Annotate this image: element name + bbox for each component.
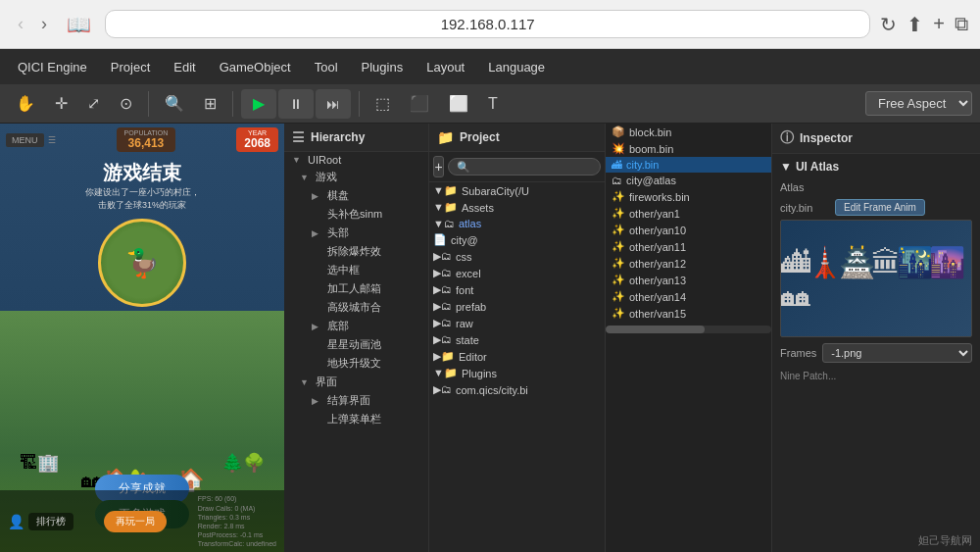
project-item[interactable]: ▼📁 SubaraCity(/U (429, 182, 605, 199)
project-item[interactable]: ▼📁 Assets (429, 199, 605, 216)
hand-tool[interactable]: ✋ (8, 90, 43, 117)
game-screen: MENU ☰ POPULATION 36,413 YEAR 2068 游戏结束 … (0, 124, 284, 552)
edit-frame-button[interactable]: Edit Frame Anim (835, 199, 925, 216)
file-item[interactable]: ✨ other/yan13 (606, 272, 771, 288)
atlas-section-label: Atlas (780, 181, 972, 193)
population-label: POPULATION (124, 129, 169, 136)
file-item[interactable]: 📦 block.bin (606, 124, 771, 140)
project-item[interactable]: ▶🗂 font (429, 281, 605, 298)
hierarchy-item[interactable]: 选中框 (284, 261, 428, 279)
menu-language[interactable]: Language (478, 56, 555, 78)
scrollbar[interactable] (606, 326, 771, 333)
layout-btn-2[interactable]: ⬛ (402, 90, 437, 117)
url-bar[interactable] (105, 10, 870, 38)
forward-button[interactable]: › (35, 10, 53, 38)
rank-button[interactable]: 排行榜 (28, 513, 74, 530)
scrollbar-thumb[interactable] (606, 326, 705, 333)
tabs-icon[interactable]: ⧉ (955, 13, 968, 35)
pause-button[interactable]: ⏸ (278, 89, 314, 119)
file-item[interactable]: ✨ other/yan14 (606, 288, 771, 305)
file-item[interactable]: ✨ other/yan1 (606, 205, 771, 222)
hierarchy-item[interactable]: 地块升级文 (284, 354, 428, 373)
project-add-button[interactable]: + (433, 156, 444, 177)
file-item[interactable]: ✨ other/van15 (606, 305, 771, 322)
project-item[interactable]: ▼📁 Plugins (429, 365, 605, 381)
hierarchy-item[interactable]: ▶ 底部 (284, 317, 428, 335)
menu-tool[interactable]: Tool (305, 56, 348, 78)
menu-qici[interactable]: QICI Engine (8, 56, 97, 78)
grid-tool[interactable]: ⊞ (196, 90, 224, 117)
arrow-icon: ▼ (300, 377, 312, 387)
file-item[interactable]: 🗂 city@atlas (606, 173, 771, 188)
frames-selector[interactable]: -1.png (822, 343, 972, 363)
step-button[interactable]: ⏭ (316, 89, 351, 119)
aspect-selector[interactable]: Free Aspect 16:9 4:3 (865, 91, 972, 116)
game-menu-button[interactable]: MENU (6, 133, 44, 147)
project-item[interactable]: ▼🗂 atlas (429, 216, 605, 231)
hierarchy-item[interactable]: 星星动画池 (284, 335, 428, 354)
project-search[interactable] (448, 158, 601, 176)
hierarchy-item[interactable]: 加工人邮箱 (284, 279, 428, 298)
arrow-icon: ▶ (312, 191, 323, 201)
hierarchy-item[interactable]: 拆除爆炸效 (284, 242, 428, 261)
hierarchy-label: UIRoot (308, 154, 341, 166)
file-item[interactable]: ✨ fireworks.bin (606, 188, 771, 205)
hierarchy-item[interactable]: ▼ UIRoot (284, 152, 428, 168)
play-button[interactable]: ▶ (241, 89, 276, 119)
file-item[interactable]: ✨ other/yan11 (606, 238, 771, 255)
project-item[interactable]: 📄 city@ (429, 231, 605, 248)
file-item[interactable]: ✨ other/yan10 (606, 222, 771, 238)
file-item[interactable]: 🏙 city.bin (606, 157, 771, 173)
menu-plugins[interactable]: Plugins (352, 56, 414, 78)
hierarchy-item[interactable]: ▶ 棋盘 (284, 186, 428, 205)
project-title: Project (460, 130, 500, 144)
file-icon: 🏙 (612, 159, 622, 171)
hierarchy-label: 头部 (327, 226, 349, 240)
project-item[interactable]: ▶🗂 raw (429, 315, 605, 331)
file-item[interactable]: 💥 boom.bin (606, 140, 771, 157)
layout-btn-1[interactable]: ⬚ (368, 90, 398, 117)
hierarchy-header: ☰ Hierarchy (284, 124, 428, 152)
collapse-arrow[interactable]: ▼ (780, 160, 792, 174)
hierarchy-item[interactable]: ▼ 界面 (284, 373, 428, 391)
file-label: boom.bin (629, 143, 673, 155)
hierarchy-item[interactable]: 上弹菜单栏 (284, 410, 428, 428)
new-tab-icon[interactable]: + (933, 13, 945, 35)
file-label: other/yan12 (629, 258, 686, 270)
hierarchy-item[interactable]: 头补色sinm (284, 205, 428, 224)
folder-icon: ▼🗂 (433, 218, 455, 229)
project-item-label: font (456, 284, 473, 296)
project-item[interactable]: ▶🗂 com.qics/city.bi (429, 381, 605, 398)
project-item[interactable]: ▶🗂 css (429, 248, 605, 265)
project-toolbar: + (429, 152, 605, 182)
project-item[interactable]: ▶🗂 excel (429, 265, 605, 281)
menu-layout[interactable]: Layout (416, 56, 474, 78)
menu-project[interactable]: Project (101, 56, 160, 78)
zoom-tool[interactable]: 🔍 (157, 90, 192, 117)
replay-button[interactable]: 再玩一局 (104, 511, 167, 532)
hierarchy-item[interactable]: ▶ 结算界面 (284, 391, 428, 410)
reload-icon[interactable]: ↻ (880, 13, 897, 36)
text-tool[interactable]: T (480, 91, 506, 117)
layout-btn-3[interactable]: ⬜ (441, 90, 476, 117)
project-item[interactable]: ▶🗂 state (429, 331, 605, 348)
project-item[interactable]: ▶📁 Editor (429, 348, 605, 365)
menu-gameobject[interactable]: GameObject (210, 56, 301, 78)
pivot-tool[interactable]: ⊙ (112, 90, 140, 117)
arrow-icon: ▶ (312, 322, 323, 331)
move-tool[interactable]: ✛ (47, 90, 75, 117)
hierarchy-item[interactable]: ▼ 游戏 (284, 168, 428, 186)
hierarchy-item[interactable]: ▶ 头部 (284, 224, 428, 242)
bookmark-icon[interactable]: 📖 (67, 13, 91, 36)
scale-tool[interactable]: ⤢ (79, 90, 108, 117)
file-label: fireworks.bin (629, 191, 690, 203)
hierarchy-item[interactable]: 高级城市合 (284, 298, 428, 317)
share-icon[interactable]: ⬆ (906, 13, 923, 36)
menu-edit[interactable]: Edit (164, 56, 205, 78)
browser-nav: ‹ › (12, 10, 53, 38)
hierarchy-label: 星星动画池 (327, 337, 381, 352)
rank-area: 👤 排行榜 (8, 513, 74, 530)
project-item[interactable]: ▶🗂 prefab (429, 298, 605, 315)
back-button[interactable]: ‹ (12, 10, 29, 38)
file-item[interactable]: ✨ other/yan12 (606, 255, 771, 272)
